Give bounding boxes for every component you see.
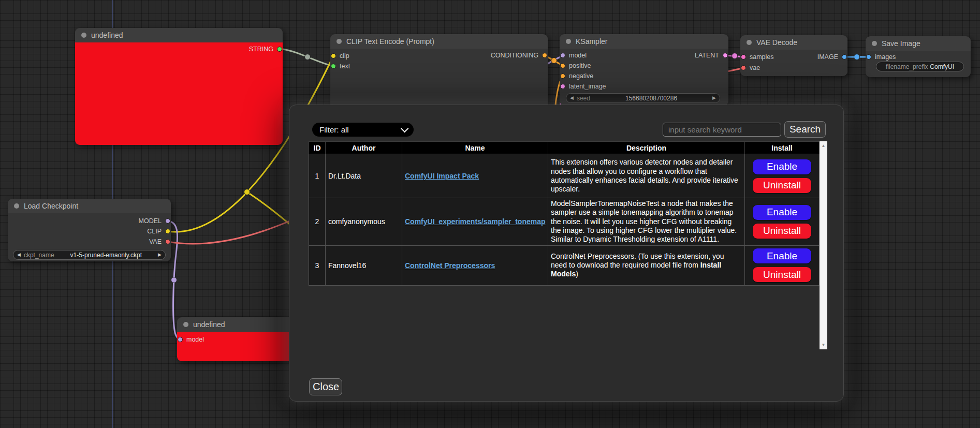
port-label: images <box>875 53 896 61</box>
search-button[interactable]: Search <box>784 121 826 138</box>
increment-arrow-icon[interactable]: ▶ <box>712 96 716 100</box>
input-port-negative[interactable] <box>560 73 565 79</box>
port-label: STRING <box>249 46 273 53</box>
widget-label: ckpt_name <box>24 252 54 259</box>
output-port-model[interactable] <box>165 218 170 224</box>
input-port-vae[interactable] <box>741 65 746 70</box>
widget-label: filename_prefix <box>886 63 928 70</box>
enable-button[interactable]: Enable <box>753 248 811 263</box>
node-load-checkpoint[interactable]: Load Checkpoint MODEL CLIP VAE ◀ ckpt_na… <box>8 199 171 261</box>
reroute-dot[interactable] <box>305 54 311 60</box>
header-id: ID <box>309 142 326 154</box>
port-label: VAE <box>149 238 162 245</box>
scroll-down-icon[interactable]: ▼ <box>822 341 826 349</box>
node-header[interactable]: CLIP Text Encode (Prompt) <box>330 34 548 49</box>
input-port-text[interactable] <box>331 64 336 69</box>
output-port-clip[interactable] <box>165 229 170 234</box>
port-label: CLIP <box>147 228 162 235</box>
widget-value: 156680208700286 <box>590 95 712 102</box>
close-button[interactable]: Close <box>309 378 342 395</box>
port-label: LATENT <box>695 52 719 59</box>
port-label: vae <box>750 64 760 71</box>
input-port-clip[interactable] <box>331 53 336 58</box>
reroute-dot[interactable] <box>171 277 177 283</box>
output-port-image[interactable] <box>842 54 847 60</box>
input-port-images[interactable] <box>866 54 871 60</box>
node-vae-decode[interactable]: VAE Decode samples vae IMAGE <box>740 35 847 76</box>
row-id: 3 <box>309 245 326 285</box>
collapse-dot-icon[interactable] <box>566 39 571 44</box>
port-label: model <box>569 52 587 59</box>
ckpt-name-widget[interactable]: ◀ ckpt_name v1-5-pruned-emaonly.ckpt ▶ <box>13 250 166 260</box>
uninstall-button[interactable]: Uninstall <box>753 267 811 282</box>
seed-widget[interactable]: ◀ seed 156680208700286 ▶ <box>566 93 720 103</box>
output-port-conditioning[interactable] <box>542 53 547 58</box>
row-id: 1 <box>309 154 326 198</box>
node-clip-text-encode[interactable]: CLIP Text Encode (Prompt) clip text COND… <box>330 34 548 112</box>
collapse-dot-icon[interactable] <box>747 40 752 45</box>
port-label: clip <box>340 52 349 60</box>
increment-arrow-icon[interactable]: ▶ <box>158 253 162 257</box>
node-ksampler[interactable]: KSampler model positive negative latent_… <box>560 34 728 106</box>
filename-prefix-widget[interactable]: filename_prefix ComfyUI <box>876 62 964 71</box>
row-description: This extension offers various detector n… <box>548 154 745 198</box>
scroll-up-icon[interactable]: ▲ <box>822 141 826 150</box>
collapse-dot-icon[interactable] <box>81 33 86 38</box>
node-header[interactable]: KSampler <box>560 34 728 49</box>
node-title: undefined <box>91 31 123 39</box>
reroute-dot[interactable] <box>244 189 250 195</box>
extensions-table-container: ID Author Name Description Install 1 Dr.… <box>309 141 827 349</box>
decrement-arrow-icon[interactable]: ◀ <box>570 96 574 100</box>
comfyui-canvas[interactable]: undefined STRING CLIP Text Encode (Promp… <box>0 0 980 428</box>
node-save-image[interactable]: Save Image images filename_prefix ComfyU… <box>866 36 971 77</box>
node-header[interactable]: undefined <box>177 317 296 332</box>
node-header[interactable]: VAE Decode <box>740 35 847 50</box>
search-input[interactable] <box>663 123 781 137</box>
widget-value: ComfyUI <box>930 63 954 70</box>
table-row: 1 Dr.Lt.Data ComfyUI Impact Pack This ex… <box>309 154 820 198</box>
collapse-dot-icon[interactable] <box>337 39 342 44</box>
port-label: IMAGE <box>817 53 838 61</box>
collapse-dot-icon[interactable] <box>872 41 877 46</box>
table-scrollbar[interactable]: ▲ ▼ <box>820 141 827 349</box>
filter-select[interactable]: Filter: all <box>312 123 414 137</box>
node-header[interactable]: Save Image <box>866 36 971 51</box>
extension-link[interactable]: ComfyUI_experiments/sampler_tonemap <box>405 217 546 226</box>
port-label: model <box>186 336 204 343</box>
port-label: MODEL <box>139 217 162 225</box>
collapse-dot-icon[interactable] <box>14 203 19 209</box>
decrement-arrow-icon[interactable]: ◀ <box>17 253 21 257</box>
input-port-model[interactable] <box>178 337 183 342</box>
filter-select-label: Filter: all <box>319 125 349 134</box>
input-port-latent-image[interactable] <box>560 84 565 89</box>
uninstall-button[interactable]: Uninstall <box>753 178 811 193</box>
uninstall-button[interactable]: Uninstall <box>753 224 811 239</box>
collapse-dot-icon[interactable] <box>183 322 188 327</box>
row-description: ControlNet Preprocessors. (To use this e… <box>548 245 745 285</box>
port-label: positive <box>569 62 591 69</box>
extension-link[interactable]: ComfyUI Impact Pack <box>405 172 479 180</box>
table-header-row: ID Author Name Description Install <box>309 142 820 154</box>
extension-link[interactable]: ControlNet Preprocessors <box>405 261 495 270</box>
chevron-down-icon <box>401 125 409 133</box>
node-title: Save Image <box>882 39 920 48</box>
input-port-samples[interactable] <box>741 54 746 60</box>
enable-button[interactable]: Enable <box>753 159 811 174</box>
node-undefined-bottom[interactable]: undefined model <box>177 317 296 361</box>
node-undefined-top[interactable]: undefined STRING <box>75 28 283 145</box>
row-author: Dr.Lt.Data <box>326 154 402 198</box>
output-port-latent[interactable] <box>723 53 728 58</box>
reroute-dot[interactable] <box>854 54 860 60</box>
node-header[interactable]: Load Checkpoint <box>8 199 171 213</box>
node-header[interactable]: undefined <box>75 28 283 42</box>
reroute-dot[interactable] <box>732 53 738 59</box>
enable-button[interactable]: Enable <box>753 205 811 220</box>
output-port-string[interactable] <box>277 47 282 52</box>
output-port-vae[interactable] <box>165 239 170 244</box>
node-title: KSampler <box>576 37 607 46</box>
input-port-model[interactable] <box>560 53 565 58</box>
reroute-dot[interactable] <box>551 58 557 64</box>
node-title: CLIP Text Encode (Prompt) <box>346 37 434 46</box>
input-port-positive[interactable] <box>560 63 565 68</box>
header-author: Author <box>326 142 402 154</box>
